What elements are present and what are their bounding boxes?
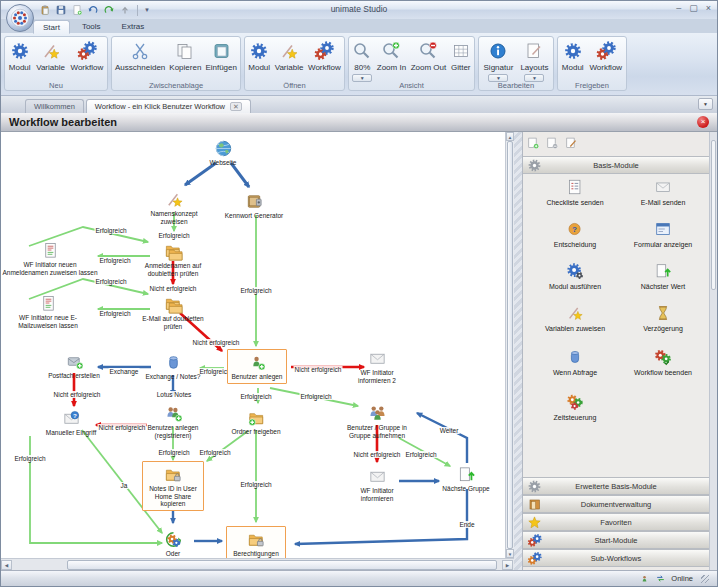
scroll-up-icon[interactable]: ▲ xyxy=(506,132,514,141)
canvas-horizontal-scrollbar[interactable]: ◀ ▶ xyxy=(1,558,514,570)
edge-label-erfolgreich: Erfolgreich xyxy=(299,393,332,400)
canvas-vertical-scrollbar[interactable]: ▲ ▼ xyxy=(505,132,514,558)
node-wf-initiator[interactable]: WF Initiatorinformieren xyxy=(345,467,409,502)
panel-caption: Erweiterte Basis-Module xyxy=(523,482,709,491)
ansicht-zoom-in-button[interactable]: Zoom In xyxy=(376,38,407,73)
node-oder[interactable]: Oder xyxy=(141,530,205,558)
document-tab-workflow-ein-klick-benutzer-wo[interactable]: Workflow - ein Klick Benutzer Workflow✕ xyxy=(86,99,251,113)
panel-caption: Sub-Workflows xyxy=(523,554,709,563)
node-webseite[interactable]: Webseite xyxy=(191,139,255,167)
resize-grip[interactable] xyxy=(701,575,709,583)
node-exchange-notes[interactable]: Exchange / Notes? xyxy=(135,353,211,381)
ribbon-tab-extras[interactable]: Extras xyxy=(113,20,154,34)
module-item-variablen-zuweisen[interactable]: Variablen zuweisen xyxy=(533,304,617,333)
neu-variable-button[interactable]: Variable xyxy=(35,38,66,73)
ansicht-80-button[interactable]: 80% ▼ xyxy=(351,38,373,83)
workflow-canvas[interactable]: Webseite Namenskonzeptzuweisen Kennwort … xyxy=(1,132,505,558)
close-workflow-icon[interactable]: × xyxy=(697,116,709,128)
undo-icon[interactable] xyxy=(87,4,99,16)
close-button[interactable]: × xyxy=(706,3,711,13)
new-icon[interactable] xyxy=(71,4,83,16)
sidebar-scrollbar[interactable] xyxy=(709,132,717,570)
save-icon[interactable] xyxy=(55,4,67,16)
redo-icon[interactable] xyxy=(103,4,115,16)
qat-more-button[interactable]: ▼ xyxy=(144,7,150,13)
page-edit-icon[interactable] xyxy=(564,136,578,150)
module-item-nächster-wert[interactable]: Nächster Wert xyxy=(621,262,705,291)
node-postfach-erstellen[interactable]: Postfach erstellen xyxy=(37,352,111,380)
paste-icon[interactable] xyxy=(39,4,51,16)
sidebar-panel-erweiterte-basis-module[interactable]: Erweiterte Basis-Module xyxy=(523,477,709,495)
maximize-button[interactable]: ▢ xyxy=(689,3,698,13)
öffnen-variable-button[interactable]: Variable xyxy=(274,38,305,73)
module-item-verzögerung[interactable]: Verzögerung xyxy=(621,304,705,333)
app-orb-button[interactable] xyxy=(5,3,35,33)
neu-modul-button[interactable]: Modul xyxy=(8,38,32,73)
zwischenablage-ausschneiden-button[interactable]: Ausschneiden xyxy=(114,38,166,73)
node-notes-id-in-user[interactable]: Notes ID in UserHome Share kopieren xyxy=(142,461,204,511)
tab-close-icon[interactable]: ✕ xyxy=(230,102,242,111)
module-item-e-mail-senden[interactable]: E-Mail senden xyxy=(621,178,705,207)
module-item-modul-ausführen[interactable]: Modul ausführen xyxy=(533,262,617,291)
freigeben-workflow-button[interactable]: Workflow xyxy=(588,38,623,73)
node-benutzer-anlegen[interactable]: Benutzer anlegen xyxy=(227,349,287,384)
module-item-entscheidung[interactable]: ?Entscheidung xyxy=(533,220,617,249)
öffnen-modul-button[interactable]: Modul xyxy=(247,38,271,73)
horizontal-scroll-thumb[interactable] xyxy=(67,560,497,570)
freigeben-modul-button[interactable]: Modul xyxy=(561,38,585,73)
ansicht-gitter-button[interactable]: Gitter xyxy=(450,38,472,73)
sidebar-panel-sub-workflows[interactable]: Sub-Workflows xyxy=(523,549,709,567)
node-benutzer-anlegen[interactable]: Benutzer anlegen(registrieren) xyxy=(141,404,205,439)
vertical-scroll-thumb[interactable] xyxy=(507,141,513,549)
bearbeiten-layouts-button[interactable]: Layouts ▼ xyxy=(519,38,549,83)
zwischenablage-einfügen-button[interactable]: Einfügen xyxy=(204,38,238,73)
node-wf-initiator-neuen[interactable]: WF Initiator neuenAnmeldenamen zuweisen … xyxy=(1,241,103,276)
node-wf-initiator-neue-e[interactable]: WF Initiator neue E-Mailzuweisen lassen xyxy=(6,294,90,329)
module-item-zeitsteuerung[interactable]: Zeitsteuerung xyxy=(533,393,617,422)
document-tab-willkommen[interactable]: Willkommen xyxy=(25,99,84,113)
scroll-down-icon[interactable]: ▼ xyxy=(506,549,514,558)
bearbeiten-signatur-button[interactable]: Signatur ▼ xyxy=(483,38,515,83)
module-item-wenn-abfrage[interactable]: Wenn Abfrage xyxy=(533,348,617,377)
tab-overflow-button[interactable]: ▼ xyxy=(698,98,713,110)
module-item-checkliste-senden[interactable]: Checkliste senden xyxy=(533,178,617,207)
node-berechtigungen[interactable]: Berechtigungendefinieren xyxy=(226,526,286,558)
scroll-right-icon[interactable]: ▶ xyxy=(502,560,513,570)
node-anmeldenamen-auf[interactable]: Anmeldenamen aufdoubletten prüfen xyxy=(133,242,213,277)
canvas-sidebar-splitter[interactable] xyxy=(514,132,522,570)
module-item-label: Formular anzeigen xyxy=(634,241,692,248)
panel-caption: Basis-Module xyxy=(523,161,709,170)
page-add-icon[interactable] xyxy=(526,136,540,150)
edge-label-nicht-erfolgreich: Nicht erfolgreich xyxy=(192,339,241,346)
gears-multi-icon xyxy=(164,530,183,549)
sidebar-panel-basis-module[interactable]: Basis-Module xyxy=(523,156,709,174)
node-nächste-gruppe[interactable]: Nächste Gruppe xyxy=(431,465,501,493)
sidebar-panel-favoriten[interactable]: Favoriten xyxy=(523,513,709,531)
module-item-label: Variablen zuweisen xyxy=(545,325,605,332)
module-item-formular-anzeigen[interactable]: Formular anzeigen xyxy=(621,220,705,249)
node-manueller-eingriff[interactable]: ?Manueller Eingriff xyxy=(35,409,107,437)
sidebar-panel-dokumentverwaltung[interactable]: Dokumentverwaltung xyxy=(523,495,709,513)
scroll-left-icon[interactable]: ◀ xyxy=(1,560,12,570)
sidebar-scroll-thumb[interactable] xyxy=(711,140,716,290)
module-item-workflow-beenden[interactable]: Workflow beenden xyxy=(621,348,705,377)
upload-icon[interactable] xyxy=(119,4,131,16)
node-kennwort-generator[interactable]: Kennwort Generator xyxy=(217,192,291,220)
ansicht-zoom-out-button[interactable]: Zoom Out xyxy=(410,38,448,73)
ribbon-tab-tools[interactable]: Tools xyxy=(73,20,110,34)
page-remove-icon[interactable] xyxy=(545,136,559,150)
button-label: Kopieren xyxy=(169,63,201,72)
öffnen-workflow-button[interactable]: Workflow xyxy=(307,38,342,73)
minimize-button[interactable]: – xyxy=(676,3,681,13)
sidebar-panel-start-module[interactable]: Start-Module xyxy=(523,531,709,549)
node-label: Exchange / Notes? xyxy=(135,373,211,381)
copy-icon xyxy=(175,41,195,61)
ribbon-tab-start[interactable]: Start xyxy=(33,20,70,34)
node-e-mail-auf-doubletten[interactable]: E-Mail auf doublettenprüfen xyxy=(131,295,215,330)
node-namenskonzept[interactable]: Namenskonzeptzuweisen xyxy=(142,190,206,225)
node-ordner-freigeben[interactable]: Ordner freigeben xyxy=(220,408,292,436)
node-benutzer-gruppe-in[interactable]: Benutzer / Gruppe inGruppe aufnehmen xyxy=(335,404,419,439)
node-wf-initiator[interactable]: WF Initiatorinformieren 2 xyxy=(345,349,409,384)
neu-workflow-button[interactable]: Workflow xyxy=(69,38,104,73)
zwischenablage-kopieren-button[interactable]: Kopieren xyxy=(168,38,202,73)
